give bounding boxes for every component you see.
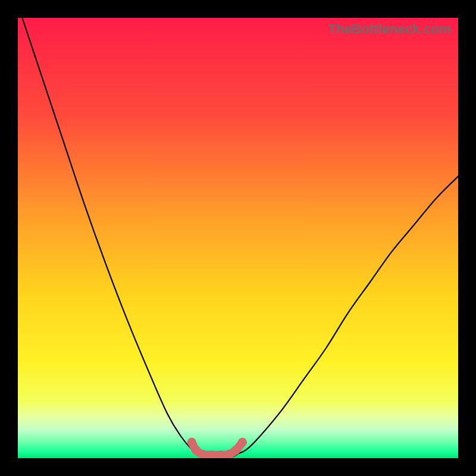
chart-svg bbox=[18, 18, 458, 458]
chart-frame: TheBottleneck.com bbox=[18, 18, 458, 458]
svg-point-0 bbox=[187, 438, 196, 447]
watermark-text: TheBottleneck.com bbox=[328, 21, 451, 37]
chart-background bbox=[18, 18, 458, 458]
svg-point-6 bbox=[231, 446, 240, 455]
svg-point-7 bbox=[238, 438, 247, 447]
